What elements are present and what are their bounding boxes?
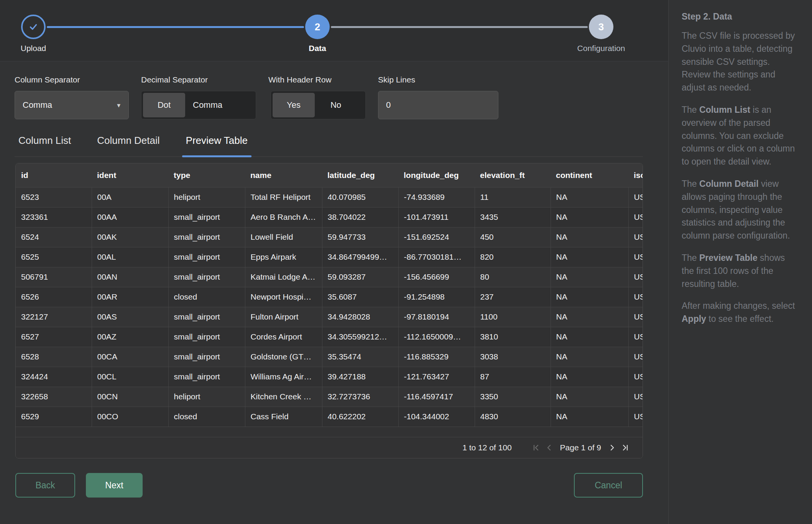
table-cell: 34.9428028 [322, 307, 398, 327]
help-sidebar: Step 2. Data The CSV file is processed b… [668, 0, 812, 524]
table-cell: -91.254898 [398, 287, 475, 307]
step-label-data: Data [309, 44, 326, 53]
column-header-type: type [168, 163, 245, 187]
cancel-button[interactable]: Cancel [574, 473, 643, 498]
column-header-longitude_deg: longitude_deg [398, 163, 475, 187]
table-cell: 00AA [92, 207, 168, 227]
table-cell: US [628, 267, 643, 287]
table-cell: 3810 [475, 327, 551, 347]
table-cell: -101.473911 [398, 207, 475, 227]
step-upload[interactable] [21, 15, 46, 39]
table-cell: US [628, 287, 643, 307]
table-cell: heliport [168, 187, 245, 207]
table-cell: small_airport [168, 307, 245, 327]
table-cell: 35.6087 [322, 287, 398, 307]
table-cell: 237 [475, 287, 551, 307]
table-cell: NA [551, 347, 628, 367]
step-configuration[interactable]: 3 [589, 15, 613, 39]
table-cell: US [628, 227, 643, 247]
table-row: 652900COclosedCass Field40.622202-104.34… [16, 407, 643, 427]
table-cell: US [628, 247, 643, 267]
table-cell: 6526 [16, 287, 92, 307]
next-button[interactable]: Next [86, 473, 143, 498]
decimal-separator-group: Decimal Separator Dot Comma [141, 75, 256, 119]
column-separator-select[interactable]: Comma ▼ [15, 91, 129, 119]
table-cell: 00AZ [92, 327, 168, 347]
column-separator-label: Column Separator [15, 75, 129, 84]
header-row-option-yes[interactable]: Yes [273, 93, 315, 117]
table-row: 32265800CNheliportKitchen Creek …32.7273… [16, 387, 643, 407]
column-header-elevation_ft: elevation_ft [475, 163, 551, 187]
previous-page-icon[interactable] [542, 441, 556, 454]
column-header-name: name [245, 163, 322, 187]
table-cell: 1100 [475, 307, 551, 327]
last-page-icon[interactable] [619, 441, 632, 454]
tab-preview-table[interactable]: Preview Table [182, 131, 251, 157]
table-cell: US [628, 327, 643, 347]
column-header-continent: continent [551, 163, 628, 187]
table-cell: 00CN [92, 387, 168, 407]
table-cell: 32.7273736 [322, 387, 398, 407]
table-cell: 322658 [16, 387, 92, 407]
tab-column-list[interactable]: Column List [15, 131, 75, 157]
decimal-separator-option-comma[interactable]: Comma [185, 93, 230, 117]
table-cell: NA [551, 267, 628, 287]
table-cell: US [628, 307, 643, 327]
table-cell: NA [551, 367, 628, 387]
sidebar-paragraph: After making changes, select Apply to se… [682, 300, 798, 326]
view-tabs: Column List Column Detail Preview Table [15, 131, 643, 157]
table-cell: NA [551, 187, 628, 207]
table-cell: 3038 [475, 347, 551, 367]
next-page-icon[interactable] [606, 441, 619, 454]
table-cell: 00AR [92, 287, 168, 307]
table-cell: 34.864799499… [322, 247, 398, 267]
table-pagination: 1 to 12 of 100 Page 1 of 9 [16, 437, 643, 458]
column-separator-group: Column Separator Comma ▼ [15, 75, 129, 119]
table-cell: 6527 [16, 327, 92, 347]
table-row: 652400AKsmall_airportLowell Field59.9477… [16, 227, 643, 247]
table-header-row: ididenttypenamelatitude_deglongitude_deg… [16, 163, 643, 187]
table-row: 32442400CLsmall_airportWilliams Ag Air…3… [16, 367, 643, 387]
table-cell: 39.427188 [322, 367, 398, 387]
header-row-option-no[interactable]: No [315, 93, 357, 117]
table-cell: 38.704022 [322, 207, 398, 227]
table-cell: Katmai Lodge A… [245, 267, 322, 287]
tab-column-detail[interactable]: Column Detail [93, 131, 163, 157]
table-row: 50679100ANsmall_airportKatmai Lodge A…59… [16, 267, 643, 287]
sidebar-paragraph: The Column List is an overview of the pa… [682, 104, 798, 168]
table-cell: 324424 [16, 367, 92, 387]
table-cell: -151.692524 [398, 227, 475, 247]
table-cell: 00AL [92, 247, 168, 267]
table-cell: NA [551, 287, 628, 307]
table-cell: 6529 [16, 407, 92, 427]
step-label-configuration: Configuration [577, 44, 625, 53]
table-cell: US [628, 207, 643, 227]
skip-lines-input[interactable] [378, 91, 498, 119]
table-cell: small_airport [168, 267, 245, 287]
table-cell: 00CL [92, 367, 168, 387]
decimal-separator-option-dot[interactable]: Dot [143, 93, 185, 117]
sidebar-paragraph: The Column Detail view allows paging thr… [682, 178, 798, 242]
preview-table: ididenttypenamelatitude_deglongitude_deg… [15, 163, 643, 458]
table-cell: NA [551, 247, 628, 267]
column-header-iso: iso [628, 163, 643, 187]
table-cell: -86.77030181… [398, 247, 475, 267]
table-cell: small_airport [168, 207, 245, 227]
table-cell: small_airport [168, 327, 245, 347]
table-cell: 450 [475, 227, 551, 247]
table-cell: NA [551, 307, 628, 327]
table-cell: Epps Airpark [245, 247, 322, 267]
table-empty-strip [16, 427, 643, 437]
first-page-icon[interactable] [529, 441, 542, 454]
table-cell: 59.093287 [322, 267, 398, 287]
back-button[interactable]: Back [15, 473, 75, 498]
table-cell: small_airport [168, 347, 245, 367]
table-cell: -104.344002 [398, 407, 475, 427]
table-cell: 00CA [92, 347, 168, 367]
header-row-label: With Header Row [268, 75, 366, 84]
table-cell: -97.8180194 [398, 307, 475, 327]
table-cell: 40.622202 [322, 407, 398, 427]
table-cell: 6524 [16, 227, 92, 247]
step-data[interactable]: 2 [305, 15, 330, 39]
table-cell: 6528 [16, 347, 92, 367]
